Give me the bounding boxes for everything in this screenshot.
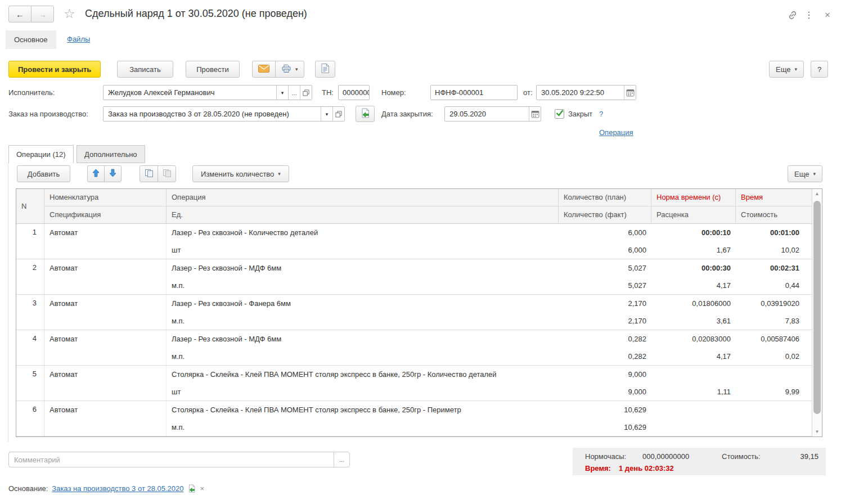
comment-expand-button[interactable]: ...: [334, 452, 350, 467]
change-quantity-button[interactable]: Изменить количество ▾: [192, 165, 289, 182]
row-line-fact: м.п.5,0274,170,44: [44, 277, 812, 294]
col-header-unit[interactable]: Ед.: [167, 206, 559, 223]
cell-rate: 4,17: [651, 277, 736, 294]
post-and-close-button[interactable]: Провести и закрыть: [8, 61, 101, 78]
operation-link[interactable]: Операция: [599, 128, 633, 137]
close-date-calendar-icon[interactable]: [529, 107, 541, 121]
cell-qty-plan: 0,282: [559, 330, 651, 348]
row-line-fact: м.п.0,2824,170,02: [44, 348, 812, 365]
document-window: ← → ☆ Сдельный наряд 1 от 30.05.2020 (не…: [0, 0, 841, 504]
row-line-plan: АвтоматСтолярка - Склейка - Клей ПВА МОМ…: [44, 366, 812, 383]
scroll-up-icon[interactable]: ▲: [812, 191, 822, 196]
close-icon[interactable]: ×: [825, 10, 830, 20]
col-header-spec[interactable]: Спецификация: [44, 206, 167, 223]
table-row[interactable]: 1АвтоматЛазер - Рез сквозной - Количеств…: [16, 224, 812, 259]
cell-unit: м.п.: [167, 348, 559, 365]
table-row[interactable]: 3АвтоматЛазер - Рез сквозной - Фанера 6м…: [16, 295, 812, 330]
production-order-input[interactable]: Заказ на производство 3 от 28.05.2020 (н…: [103, 106, 345, 122]
tab-additional[interactable]: Дополнительно: [77, 145, 145, 163]
executor-open-icon[interactable]: [300, 86, 312, 100]
back-icon: ←: [16, 10, 24, 19]
reports-button[interactable]: [315, 61, 335, 78]
table-row[interactable]: 6АвтоматСтолярка - Склейка - Клей ПВА МО…: [16, 401, 812, 436]
paste-rows-button[interactable]: [158, 165, 176, 182]
cell-row-number: 5: [16, 366, 44, 400]
cell-nomenclature: Автомат: [44, 366, 167, 383]
number-input[interactable]: НФНФ-000001: [430, 85, 518, 100]
norm-hours-label: Нормочасы:: [585, 452, 626, 461]
date-input[interactable]: 30.05.2020 9:22:50: [536, 85, 636, 100]
more-menu-icon[interactable]: ⋮: [804, 11, 813, 20]
arrow-down-icon: [109, 169, 116, 179]
col-header-rate[interactable]: Расценка: [651, 206, 736, 223]
executor-choose-button[interactable]: ...: [288, 86, 300, 100]
tab-files[interactable]: Файлы: [67, 35, 90, 43]
row-columns: АвтоматСтолярка - Склейка - Клей ПВА МОМ…: [44, 401, 812, 436]
back-button[interactable]: ←: [8, 6, 32, 22]
close-date-input[interactable]: 29.05.2020: [444, 106, 541, 122]
help-button[interactable]: ?: [811, 61, 828, 78]
forward-button[interactable]: →: [31, 6, 54, 22]
closed-checkbox[interactable]: [555, 109, 564, 119]
cell-qty-fact: 0,282: [559, 348, 651, 365]
vertical-scrollbar[interactable]: ▲ ▼: [812, 189, 822, 436]
tab-main[interactable]: Основное: [6, 30, 56, 49]
scroll-down-icon[interactable]: ▼: [812, 429, 822, 434]
executor-value: Желудков Алексей Германович: [104, 86, 276, 100]
closed-help-link[interactable]: ?: [599, 110, 603, 118]
table-more-button[interactable]: Еще ▾: [788, 165, 822, 182]
col-header-time[interactable]: Время: [736, 189, 812, 206]
post-button[interactable]: Провести: [186, 61, 240, 78]
cell-norm-time: 0,01806000: [651, 295, 736, 312]
operations-table: N Номенклатура Операция Количество (план…: [16, 188, 822, 437]
favorite-star-icon[interactable]: ☆: [64, 7, 75, 20]
row-line-fact: шт9,0001,119,99: [44, 383, 812, 400]
production-order-dropdown-icon[interactable]: ▾: [321, 107, 332, 121]
basis-link[interactable]: Заказ на производство 3 от 28.05.2020: [52, 484, 183, 493]
col-header-norm-time[interactable]: Норма времени (с): [651, 189, 736, 206]
comment-input[interactable]: [8, 452, 334, 467]
row-columns: АвтоматЛазер - Рез сквозной - Количество…: [44, 224, 812, 259]
table-row[interactable]: 2АвтоматЛазер - Рез сквозной - МДФ 6мм5,…: [16, 259, 812, 295]
cell-cost: 10,02: [736, 241, 812, 259]
move-up-button[interactable]: [87, 165, 105, 182]
print-button[interactable]: ▾: [275, 61, 304, 78]
cell-time: [736, 401, 812, 418]
cell-row-number: 6: [16, 401, 44, 436]
table-row[interactable]: 4АвтоматЛазер - Рез сквозной - МДФ 6мм0,…: [16, 330, 812, 366]
cell-cost: [736, 418, 812, 436]
col-header-n[interactable]: N: [16, 189, 44, 223]
toolbar-more-button[interactable]: Еще ▾: [769, 61, 804, 78]
move-down-button[interactable]: [104, 165, 122, 182]
table-row[interactable]: 5АвтоматСтолярка - Склейка - Клей ПВА МО…: [16, 366, 812, 401]
tn-input[interactable]: 0000000: [338, 85, 370, 100]
norm-hours-value: 000,00000000: [642, 452, 689, 461]
basis-clear-icon[interactable]: ×: [200, 484, 205, 493]
get-link-icon[interactable]: [787, 10, 798, 22]
date-calendar-icon[interactable]: [624, 86, 636, 100]
write-button[interactable]: Записать: [117, 61, 173, 78]
col-header-qty-fact[interactable]: Количество (факт): [559, 206, 651, 223]
refill-from-order-button[interactable]: [356, 106, 375, 122]
col-header-cost[interactable]: Стоимость: [736, 206, 812, 223]
row-line-fact: шт6,0001,6710,02: [44, 241, 812, 259]
add-row-button[interactable]: Добавить: [17, 165, 70, 182]
copy-rows-button[interactable]: [140, 165, 158, 182]
row-line-plan: АвтоматЛазер - Рез сквозной - МДФ 6мм5,0…: [44, 259, 812, 277]
col-header-qty-plan[interactable]: Количество (план): [559, 189, 651, 206]
send-email-button[interactable]: [252, 61, 276, 78]
copy-paste-group: [140, 165, 176, 182]
col-header-nomenclature[interactable]: Номенклатура: [44, 189, 167, 206]
executor-input[interactable]: Желудков Алексей Германович ▾ ...: [103, 85, 312, 100]
executor-dropdown-icon[interactable]: ▾: [276, 86, 288, 100]
cell-operation: Столярка - Склейка - Клей ПВА МОМЕНТ сто…: [167, 366, 559, 383]
cost-label: Стоимость:: [722, 452, 761, 461]
col-header-operation[interactable]: Операция: [167, 189, 559, 206]
cell-specification: [44, 241, 167, 259]
tab-operations[interactable]: Операции (12): [8, 145, 74, 163]
production-order-open-icon[interactable]: [332, 107, 344, 121]
number-label: Номер:: [381, 85, 406, 100]
basis-document-icon[interactable]: [187, 484, 196, 493]
cell-rate: 1,11: [651, 383, 736, 400]
scrollbar-thumb[interactable]: [813, 201, 821, 414]
